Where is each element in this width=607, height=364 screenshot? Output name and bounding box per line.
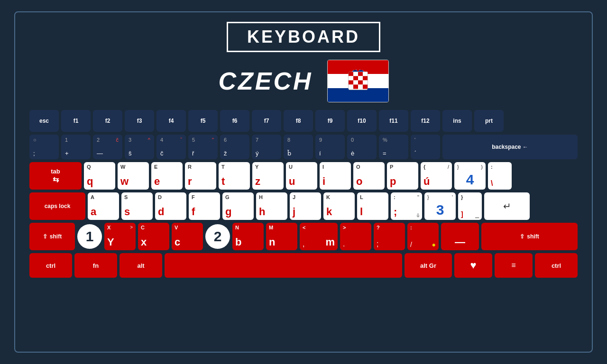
key-f9[interactable]: f9 (315, 110, 345, 132)
key-backspace[interactable]: backspace ← (442, 135, 578, 159)
heart-icon: ♥ (470, 259, 476, 272)
key-7[interactable]: 7 ý (252, 135, 281, 159)
key-slash[interactable]: — (441, 223, 479, 250)
key-l[interactable]: L l (357, 192, 388, 220)
key-w[interactable]: W w (118, 162, 149, 190)
key-upper2: ' (452, 194, 453, 200)
key-y[interactable]: X > Y (104, 223, 136, 250)
key-3-badge[interactable]: } ' 3 (424, 192, 456, 220)
key-f8[interactable]: f8 (284, 110, 313, 132)
key-a[interactable]: A a (88, 192, 119, 220)
key-main-char: č (160, 150, 164, 157)
key-top-char: 6 (224, 137, 227, 143)
key-lower: Y (107, 236, 114, 248)
key-heart[interactable]: ♥ (454, 253, 492, 278)
key-lower: o (356, 175, 362, 188)
key-space[interactable] (165, 253, 402, 278)
svg-rect-1 (349, 72, 353, 76)
key-upper: D (158, 194, 162, 200)
key-9[interactable]: 9 í (315, 135, 345, 159)
key-0[interactable]: 0 è (347, 135, 377, 159)
key-p[interactable]: P p (387, 162, 418, 190)
key-menu[interactable]: ≡ (495, 253, 533, 278)
key-ins[interactable]: ins (442, 110, 472, 132)
key-ctrl-right[interactable]: ctrl (535, 253, 578, 278)
key-u[interactable]: U u (286, 162, 317, 190)
key-circle-2[interactable]: 2 (205, 224, 230, 249)
key-6[interactable]: 6 ž (220, 135, 249, 159)
key-tab[interactable]: tab ⇆ (29, 162, 82, 190)
key-1[interactable]: 1 + (61, 135, 91, 159)
key-z[interactable]: Y z (252, 162, 284, 190)
key-g[interactable]: G g (222, 192, 254, 220)
key-f6[interactable]: f6 (220, 110, 249, 132)
key-period[interactable]: : / ● (407, 223, 439, 250)
key-capslock[interactable]: caps lock (29, 192, 85, 220)
key-s[interactable]: S s (121, 192, 153, 220)
key-enter[interactable]: ↵ (484, 192, 530, 220)
key-upper: R (188, 164, 192, 170)
svg-rect-11 (358, 81, 363, 85)
key-circle-1[interactable]: 1 (77, 224, 102, 249)
key-f1[interactable]: f1 (61, 110, 91, 132)
key-shift-left[interactable]: ⇧ shift (29, 223, 75, 250)
key-top-char: 9 (319, 137, 322, 143)
key-j[interactable]: J j (290, 192, 321, 220)
key-semicolon[interactable]: : " ; ů (391, 192, 422, 220)
key-upper2: > (130, 225, 133, 230)
shift-label-right: shift (527, 233, 539, 240)
key-esc[interactable]: esc (29, 110, 59, 132)
key-f11[interactable]: f11 (379, 110, 408, 132)
key-main-char: ; (33, 150, 35, 157)
key-fn[interactable]: fn (74, 253, 117, 278)
key-8[interactable]: 8 b̌ (284, 135, 313, 159)
key-o[interactable]: O o (353, 162, 385, 190)
key-alt[interactable]: alt (120, 253, 162, 278)
key-f2[interactable]: f2 (93, 110, 122, 132)
key-v[interactable]: N b (232, 223, 264, 250)
key-upper2: " (417, 194, 419, 200)
svg-rect-16 (363, 85, 368, 89)
key-h[interactable]: H h (256, 192, 287, 220)
key-4-badge[interactable]: } ) 4 (454, 162, 486, 190)
key-equals[interactable]: ' ´ (411, 135, 440, 159)
key-prt[interactable]: prt (474, 110, 504, 132)
key-bracket-right[interactable]: } ] _ (458, 192, 482, 220)
key-t[interactable]: T t (219, 162, 250, 190)
key-f10[interactable]: f10 (347, 110, 377, 132)
key-f12[interactable]: f12 (411, 110, 440, 132)
key-backtick[interactable]: ○ ; (29, 135, 59, 159)
key-shift-right[interactable]: ⇧ shift (481, 223, 578, 250)
svg-point-17 (354, 69, 356, 71)
key-5[interactable]: 5 ř " (188, 135, 218, 159)
key-c[interactable]: V c (172, 223, 203, 250)
key-f7[interactable]: f7 (252, 110, 281, 132)
key-e[interactable]: E e (151, 162, 183, 190)
key-upper: } (427, 194, 429, 200)
key-backslash[interactable]: : \ (488, 162, 512, 190)
key-lower2: m (325, 236, 335, 248)
key-m[interactable]: > . (340, 223, 371, 250)
key-i[interactable]: I i (320, 162, 351, 190)
key-altgr[interactable]: alt Gr (405, 253, 452, 278)
key-k[interactable]: K k (323, 192, 355, 220)
key-q[interactable]: Q q (84, 162, 115, 190)
key-ctrl-left[interactable]: ctrl (29, 253, 72, 278)
flag (327, 60, 389, 102)
key-3[interactable]: 3 š ^ (125, 135, 154, 159)
key-2[interactable]: 2 — č (93, 135, 122, 159)
key-f5[interactable]: f5 (188, 110, 218, 132)
key-r[interactable]: R r (185, 162, 216, 190)
key-f4[interactable]: f4 (156, 110, 186, 132)
key-4[interactable]: 4 č ˇ (156, 135, 186, 159)
key-f[interactable]: F f (189, 192, 220, 220)
key-b[interactable]: M n (266, 223, 297, 250)
key-comma[interactable]: ? ; (374, 223, 405, 250)
keyboard-container: KEYBOARD CZECH (14, 11, 593, 353)
key-f3[interactable]: f3 (125, 110, 154, 132)
key-x[interactable]: C x (138, 223, 169, 250)
key-n[interactable]: < , m (300, 223, 338, 250)
key-minus[interactable]: % = (379, 135, 408, 159)
key-bracket-left[interactable]: { / ú (421, 162, 452, 190)
key-d[interactable]: D d (155, 192, 186, 220)
